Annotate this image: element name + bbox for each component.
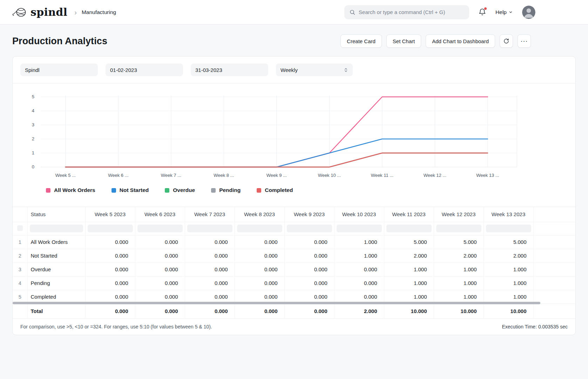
legend-item[interactable]: Pending	[211, 187, 241, 193]
select-all-checkbox[interactable]	[17, 225, 23, 231]
filler-header	[533, 207, 575, 222]
value-cell: 0.000	[85, 276, 135, 290]
legend-swatch	[257, 188, 261, 193]
top-navbar: spindl › Manufacturing Help	[0, 0, 588, 25]
table-row: 3Overdue0.0000.0000.0000.0000.0000.0001.…	[13, 262, 575, 276]
column-filter-input[interactable]	[486, 225, 531, 232]
row-index: 1	[13, 235, 27, 249]
total-value-cell: 0.000	[284, 304, 334, 318]
table-header-row: StatusWeek 5 2023Week 6 2023Week 7 2023W…	[13, 207, 575, 222]
add-chart-to-dashboard-button[interactable]: Add Chart to Dashboard	[426, 34, 495, 48]
value-cell: 0.000	[185, 249, 235, 262]
chevron-down-icon	[508, 10, 513, 14]
week-column-header[interactable]: Week 12 2023	[434, 207, 484, 222]
value-cell: 0.000	[85, 235, 135, 249]
value-cell: 1.000	[384, 276, 434, 290]
legend-item[interactable]: Overdue	[165, 187, 195, 193]
svg-text:Week 11 ...: Week 11 ...	[371, 173, 393, 178]
legend-swatch	[111, 188, 116, 193]
svg-text:3: 3	[32, 122, 34, 127]
page-title: Production Analytics	[12, 36, 107, 47]
column-filter-input[interactable]	[386, 225, 432, 232]
refresh-button[interactable]	[500, 34, 513, 48]
execution-time: Execution Time: 0.003535 sec	[502, 324, 568, 330]
yarn-ball-icon	[12, 7, 28, 18]
create-card-button[interactable]: Create Card	[340, 34, 382, 48]
value-cell: 1.000	[334, 235, 384, 249]
value-cell: 0.000	[135, 235, 185, 249]
spindl-logo[interactable]: spindl	[12, 6, 67, 18]
column-filter-input[interactable]	[287, 225, 332, 232]
value-cell: 5.000	[434, 235, 484, 249]
chart-legend: All Work OrdersNot StartedOverduePending…	[20, 182, 568, 207]
svg-text:5: 5	[32, 94, 34, 99]
more-options-button[interactable]: ···	[518, 34, 531, 48]
column-filter-input[interactable]	[237, 225, 282, 232]
value-cell: 0.000	[135, 249, 185, 262]
week-column-header[interactable]: Week 11 2023	[384, 207, 434, 222]
value-cell: 5.000	[484, 235, 533, 249]
company-filter-input[interactable]	[20, 64, 98, 76]
value-cell: 5.000	[384, 235, 434, 249]
status-column-filter-input[interactable]	[30, 225, 83, 232]
total-value-cell: 2.000	[334, 304, 384, 318]
legend-item[interactable]: All Work Orders	[46, 187, 95, 193]
column-filter-input[interactable]	[88, 225, 133, 232]
notifications-bell[interactable]	[478, 8, 486, 16]
global-search[interactable]	[344, 5, 469, 19]
table-row: 4Pending0.0000.0000.0000.0000.0000.0001.…	[13, 276, 575, 290]
legend-label: Overdue	[173, 187, 195, 193]
legend-label: Completed	[265, 187, 293, 193]
week-column-header[interactable]: Week 8 2023	[235, 207, 284, 222]
value-cell: 1.000	[434, 262, 484, 276]
column-filter-input[interactable]	[436, 225, 481, 232]
user-avatar[interactable]	[522, 6, 535, 19]
row-index-header	[13, 207, 27, 222]
column-filter-input[interactable]	[187, 225, 232, 232]
legend-label: All Work Orders	[54, 187, 95, 193]
from-date-input[interactable]	[106, 64, 183, 76]
legend-swatch	[46, 188, 50, 193]
legend-item[interactable]: Completed	[257, 187, 293, 193]
value-cell: 0.000	[284, 262, 334, 276]
value-cell: 0.000	[334, 276, 384, 290]
to-date-input[interactable]	[191, 64, 268, 76]
svg-text:2: 2	[32, 136, 34, 141]
logo-wordmark: spindl	[31, 6, 67, 18]
legend-swatch	[165, 188, 169, 193]
filters-bar: Weekly	[13, 56, 575, 84]
value-cell: 0.000	[235, 249, 284, 262]
week-column-header[interactable]: Week 13 2023	[484, 207, 533, 222]
search-input[interactable]	[359, 9, 464, 15]
column-filter-input[interactable]	[137, 225, 183, 232]
svg-text:Week 5 ...: Week 5 ...	[55, 173, 76, 178]
status-cell: All Work Orders	[27, 235, 85, 249]
value-cell: 0.000	[235, 235, 284, 249]
value-cell: 0.000	[235, 262, 284, 276]
table-row: 2Not Started0.0000.0000.0000.0000.0001.0…	[13, 249, 575, 262]
svg-text:Week 7 ...: Week 7 ...	[161, 173, 181, 178]
week-column-header[interactable]: Week 9 2023	[284, 207, 334, 222]
svg-text:Week 12 ...: Week 12 ...	[424, 173, 446, 178]
help-menu[interactable]: Help	[495, 9, 513, 15]
status-column-header[interactable]: Status	[27, 207, 85, 222]
value-cell: 0.000	[85, 249, 135, 262]
set-chart-button[interactable]: Set Chart	[386, 34, 421, 48]
svg-text:Week 13 ...: Week 13 ...	[476, 173, 499, 178]
value-cell: 0.000	[135, 276, 185, 290]
svg-text:Week 9 ...: Week 9 ...	[266, 173, 287, 178]
horizontal-scrollbar[interactable]	[13, 302, 540, 304]
breadcrumb-chevron-icon: ›	[74, 9, 77, 16]
legend-item[interactable]: Not Started	[111, 187, 149, 193]
value-cell: 0.000	[235, 276, 284, 290]
frequency-select[interactable]: Weekly	[276, 64, 353, 76]
breadcrumb-manufacturing[interactable]: Manufacturing	[82, 9, 116, 15]
week-column-header[interactable]: Week 5 2023	[85, 207, 135, 222]
week-column-header[interactable]: Week 6 2023	[135, 207, 185, 222]
column-filter-input[interactable]	[337, 225, 382, 232]
week-column-header[interactable]: Week 10 2023	[334, 207, 384, 222]
week-column-header[interactable]: Week 7 2023	[185, 207, 235, 222]
row-index: 2	[13, 249, 27, 262]
value-cell: 1.000	[484, 276, 533, 290]
value-cell: 2.000	[484, 249, 533, 262]
